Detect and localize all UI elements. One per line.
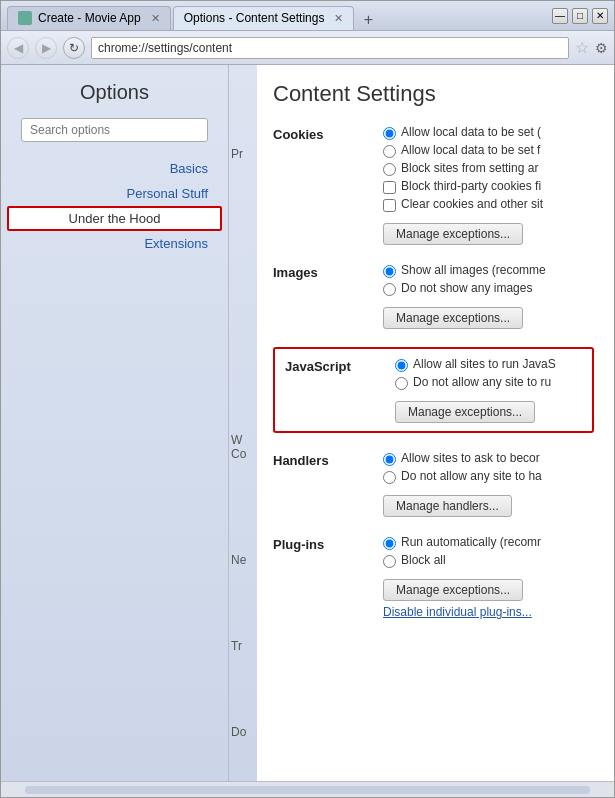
- images-radio-0: Show all images (recomme: [383, 263, 594, 278]
- handlers-label: Handlers: [273, 451, 383, 517]
- images-radio-1: Do not show any images: [383, 281, 594, 296]
- window-frame: Create - Movie App ✕ Options - Content S…: [0, 0, 615, 798]
- images-options: Show all images (recomme Do not show any…: [383, 263, 594, 329]
- sidebar-nav: Basics Personal Stuff Under the Hood Ext…: [1, 156, 228, 256]
- cookies-check-1: Clear cookies and other sit: [383, 197, 594, 212]
- handlers-radio-0-input[interactable]: [383, 453, 396, 466]
- content-title: Content Settings: [273, 81, 594, 107]
- search-box-wrap: [1, 118, 228, 142]
- back-button[interactable]: ◀: [7, 37, 29, 59]
- javascript-radio-0: Allow all sites to run JavaS: [395, 357, 582, 372]
- sidebar-item-under-the-hood[interactable]: Under the Hood: [7, 206, 222, 231]
- images-manage-button[interactable]: Manage exceptions...: [383, 307, 523, 329]
- javascript-manage-button[interactable]: Manage exceptions...: [395, 401, 535, 423]
- cookies-radio-1: Allow local data to be set f: [383, 143, 594, 158]
- plugins-radio-0-input[interactable]: [383, 537, 396, 550]
- handlers-radio-0-label: Allow sites to ask to becor: [401, 451, 540, 465]
- javascript-radio-1-input[interactable]: [395, 377, 408, 390]
- content-settings-panel: Content Settings Cookies Allow local dat…: [257, 65, 614, 781]
- refresh-button[interactable]: ↻: [63, 37, 85, 59]
- horizontal-scrollbar[interactable]: [25, 786, 590, 794]
- cookies-radio-1-input[interactable]: [383, 145, 396, 158]
- javascript-radio-1-label: Do not allow any site to ru: [413, 375, 551, 389]
- close-button[interactable]: ✕: [592, 8, 608, 24]
- images-label: Images: [273, 263, 383, 329]
- disable-plugins-link[interactable]: Disable individual plug-ins...: [383, 605, 594, 619]
- cookies-radio-0: Allow local data to be set (: [383, 125, 594, 140]
- minimize-button[interactable]: —: [552, 8, 568, 24]
- tab-movie-app[interactable]: Create - Movie App ✕: [7, 6, 171, 30]
- cookies-radio-0-label: Allow local data to be set (: [401, 125, 541, 139]
- cookies-check-1-input[interactable]: [383, 199, 396, 212]
- plugins-label: Plug-ins: [273, 535, 383, 619]
- cookies-label: Cookies: [273, 125, 383, 245]
- address-bar[interactable]: chrome://settings/content: [91, 37, 569, 59]
- handlers-section: Handlers Allow sites to ask to becor Do …: [273, 451, 594, 517]
- images-radio-1-input[interactable]: [383, 283, 396, 296]
- divider-tr: Tr: [229, 633, 257, 659]
- images-section: Images Show all images (recomme Do not s…: [273, 263, 594, 329]
- sidebar-item-basics[interactable]: Basics: [1, 156, 228, 181]
- wrench-icon[interactable]: ⚙: [595, 40, 608, 56]
- divider-do: Do: [229, 719, 257, 745]
- cookies-radio-2-label: Block sites from setting ar: [401, 161, 538, 175]
- cookies-check-0-input[interactable]: [383, 181, 396, 194]
- title-bar: Create - Movie App ✕ Options - Content S…: [1, 1, 614, 31]
- nav-bar: ◀ ▶ ↻ chrome://settings/content ☆ ⚙: [1, 31, 614, 65]
- cookies-options: Allow local data to be set ( Allow local…: [383, 125, 594, 245]
- plugins-radio-1-input[interactable]: [383, 555, 396, 568]
- main-content: Options Basics Personal Stuff Under the …: [1, 65, 614, 781]
- javascript-label: JavaScript: [285, 357, 395, 423]
- divider-pr: Pr: [229, 141, 257, 167]
- javascript-highlighted-section: JavaScript Allow all sites to run JavaS …: [273, 347, 594, 433]
- sidebar-item-personal[interactable]: Personal Stuff: [1, 181, 228, 206]
- handlers-radio-1-input[interactable]: [383, 471, 396, 484]
- cookies-check-0: Block third-party cookies fi: [383, 179, 594, 194]
- window-controls: — □ ✕: [552, 8, 608, 24]
- javascript-radio-0-input[interactable]: [395, 359, 408, 372]
- plugins-manage-button[interactable]: Manage exceptions...: [383, 579, 523, 601]
- javascript-radio-0-label: Allow all sites to run JavaS: [413, 357, 556, 371]
- divider-w: WCo: [229, 427, 257, 467]
- tab-bar: Create - Movie App ✕ Options - Content S…: [7, 6, 552, 30]
- search-input[interactable]: [21, 118, 208, 142]
- images-radio-1-label: Do not show any images: [401, 281, 532, 295]
- sidebar-title: Options: [1, 81, 228, 104]
- handlers-radio-0: Allow sites to ask to becor: [383, 451, 594, 466]
- handlers-radio-1-label: Do not allow any site to ha: [401, 469, 542, 483]
- cookies-radio-1-label: Allow local data to be set f: [401, 143, 540, 157]
- handlers-radio-1: Do not allow any site to ha: [383, 469, 594, 484]
- plugins-section: Plug-ins Run automatically (recomr Block…: [273, 535, 594, 619]
- forward-button[interactable]: ▶: [35, 37, 57, 59]
- cookies-radio-0-input[interactable]: [383, 127, 396, 140]
- new-tab-button[interactable]: +: [356, 10, 380, 30]
- javascript-radio-1: Do not allow any site to ru: [395, 375, 582, 390]
- cookies-section: Cookies Allow local data to be set ( All…: [273, 125, 594, 245]
- tab-movie-app-close[interactable]: ✕: [151, 12, 160, 25]
- images-radio-0-input[interactable]: [383, 265, 396, 278]
- handlers-manage-button[interactable]: Manage handlers...: [383, 495, 512, 517]
- javascript-options: Allow all sites to run JavaS Do not allo…: [395, 357, 582, 423]
- address-text: chrome://settings/content: [98, 41, 232, 55]
- plugins-radio-0-label: Run automatically (recomr: [401, 535, 541, 549]
- tab-options[interactable]: Options - Content Settings ✕: [173, 6, 355, 30]
- plugins-radio-0: Run automatically (recomr: [383, 535, 594, 550]
- tab-options-label: Options - Content Settings: [184, 11, 325, 25]
- divider-ne: Ne: [229, 547, 257, 573]
- sidebar-item-extensions[interactable]: Extensions: [1, 231, 228, 256]
- scrollbar-area: [1, 781, 614, 797]
- cookies-radio-2-input[interactable]: [383, 163, 396, 176]
- content-inner: Content Settings Cookies Allow local dat…: [257, 65, 614, 657]
- handlers-options: Allow sites to ask to becor Do not allow…: [383, 451, 594, 517]
- plugins-options: Run automatically (recomr Block all Mana…: [383, 535, 594, 619]
- tab-movie-app-label: Create - Movie App: [38, 11, 141, 25]
- favicon-icon: [18, 11, 32, 25]
- cookies-manage-button[interactable]: Manage exceptions...: [383, 223, 523, 245]
- plugins-radio-1-label: Block all: [401, 553, 446, 567]
- bookmark-star-icon[interactable]: ☆: [575, 38, 589, 57]
- maximize-button[interactable]: □: [572, 8, 588, 24]
- images-radio-0-label: Show all images (recomme: [401, 263, 546, 277]
- cookies-check-0-label: Block third-party cookies fi: [401, 179, 541, 193]
- cookies-radio-2: Block sites from setting ar: [383, 161, 594, 176]
- tab-options-close[interactable]: ✕: [334, 12, 343, 25]
